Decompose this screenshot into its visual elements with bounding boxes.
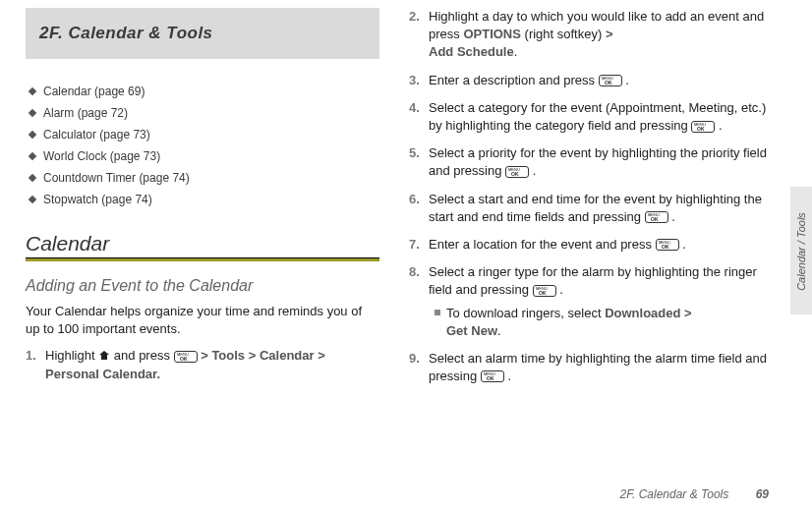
caret: >	[201, 348, 211, 363]
text: .	[559, 282, 563, 297]
step-number: 8.	[409, 263, 420, 281]
toc-item: World Clock (page 73)	[26, 145, 379, 167]
text: Select a priority for the event by highl…	[429, 145, 767, 178]
diamond-icon	[29, 174, 36, 182]
text: .	[514, 44, 518, 59]
text: Select a ringer type for the alarm by hi…	[429, 264, 757, 297]
text: and press	[114, 348, 174, 363]
menu-ok-icon: MENUOK	[481, 370, 504, 382]
text: .	[682, 237, 686, 252]
steps-right: 2. Highlight a day to which you would li…	[409, 8, 783, 385]
step-number: 6.	[409, 191, 420, 208]
toc-label: Calendar (page 69)	[43, 85, 145, 98]
chapter-title-box: 2F. Calendar & Tools	[26, 8, 379, 59]
steps-left: 1. Highlight and press MENUOK > Tools > …	[26, 347, 379, 383]
footer-page: 69	[756, 487, 769, 501]
footer-title: 2F. Calendar & Tools	[620, 487, 729, 501]
text: .	[507, 369, 511, 383]
toc-item: Alarm (page 72)	[26, 102, 379, 124]
svg-text:OK: OK	[180, 356, 188, 362]
text: .	[533, 163, 537, 178]
menu-ok-icon: MENUOK	[533, 285, 556, 297]
square-bullet-icon	[435, 310, 440, 315]
text: Select an alarm time by highlighting the…	[429, 351, 767, 383]
diamond-icon	[29, 131, 36, 139]
section-heading: Calendar	[26, 232, 379, 256]
step-number: 5.	[409, 144, 420, 162]
menu-ok-icon: MENUOK	[599, 75, 622, 86]
menu-ok-icon: MENUOK	[645, 211, 668, 223]
svg-text:OK: OK	[651, 216, 659, 222]
toc-label: World Clock (page 73)	[43, 149, 160, 163]
step-8-sub: To download ringers, select Downloaded >…	[446, 305, 783, 339]
bold: Calendar	[260, 348, 315, 363]
svg-text:OK: OK	[511, 171, 519, 177]
step-9: 9. Select an alarm time by highlighting …	[409, 350, 783, 385]
text: Enter a description and press	[429, 73, 599, 87]
step-2: 2. Highlight a day to which you would li…	[409, 8, 783, 62]
text: To download ringers, select	[446, 306, 605, 320]
step-5: 5. Select a priority for the event by hi…	[409, 144, 783, 180]
caret: >	[249, 348, 260, 363]
subsection-heading: Adding an Event to the Calendar	[26, 277, 379, 295]
step-3: 3. Enter a description and press MENUOK …	[409, 72, 783, 89]
table-of-contents: Calendar (page 69) Alarm (page 72) Calcu…	[26, 81, 379, 210]
bold: Get New	[446, 323, 497, 338]
svg-text:OK: OK	[662, 244, 669, 250]
menu-ok-icon: MENUOK	[656, 239, 679, 251]
diamond-icon	[29, 152, 36, 160]
toc-item: Calendar (page 69)	[26, 81, 379, 102]
step-number: 2.	[409, 8, 420, 26]
step-number: 1.	[26, 347, 36, 365]
step-number: 9.	[409, 350, 420, 368]
caret: >	[684, 306, 692, 320]
menu-ok-icon: MENUOK	[691, 121, 715, 133]
step-number: 7.	[409, 236, 420, 254]
left-column: 2F. Calendar & Tools Calendar (page 69) …	[26, 8, 379, 395]
diamond-icon	[29, 196, 36, 203]
toc-label: Stopwatch (page 74)	[43, 193, 152, 206]
bold: Add Schedule	[429, 44, 514, 59]
toc-item: Countdown Timer (page 74)	[26, 167, 379, 189]
toc-label: Calculator (page 73)	[43, 128, 150, 142]
diamond-icon	[29, 109, 36, 117]
toc-label: Countdown Timer (page 74)	[43, 171, 190, 185]
caret: >	[318, 348, 325, 363]
svg-text:OK: OK	[697, 126, 705, 132]
step-7: 7. Enter a location for the event and pr…	[409, 236, 783, 254]
bold: Tools	[211, 348, 245, 363]
text: .	[719, 118, 723, 133]
footer: 2F. Calendar & Tools 69	[620, 487, 769, 501]
svg-text:OK: OK	[539, 290, 547, 296]
svg-text:OK: OK	[487, 375, 494, 381]
intro-paragraph: Your Calendar helps organize your time a…	[26, 303, 379, 337]
toc-item: Stopwatch (page 74)	[26, 189, 379, 210]
menu-ok-icon: MENUOK	[174, 351, 198, 363]
right-column: 2. Highlight a day to which you would li…	[409, 8, 783, 395]
text: .	[625, 73, 629, 87]
step-number: 4.	[409, 99, 420, 117]
step-8: 8. Select a ringer type for the alarm by…	[409, 263, 783, 339]
step-number: 3.	[409, 72, 420, 89]
step-6: 6. Select a start and end time for the e…	[409, 191, 783, 226]
menu-ok-icon: MENUOK	[505, 166, 529, 178]
section-rule	[26, 257, 379, 261]
step-1: 1. Highlight and press MENUOK > Tools > …	[26, 347, 379, 383]
bold: Personal Calendar.	[45, 367, 160, 381]
bold: OPTIONS	[463, 27, 521, 41]
bold: Downloaded	[605, 306, 680, 320]
text: Select a start and end time for the even…	[429, 192, 762, 224]
chapter-title: 2F. Calendar & Tools	[39, 24, 213, 42]
text: Highlight	[45, 348, 98, 363]
text: Select a category for the event (Appoint…	[429, 100, 766, 133]
svg-text:OK: OK	[605, 80, 612, 85]
page: 2F. Calendar & Tools Calendar (page 69) …	[0, 0, 812, 395]
home-icon	[98, 348, 110, 366]
text: .	[671, 209, 675, 224]
text: (right softkey)	[525, 27, 606, 41]
caret: >	[606, 27, 613, 41]
diamond-icon	[29, 87, 36, 95]
toc-item: Calculator (page 73)	[26, 124, 379, 145]
step-4: 4. Select a category for the event (Appo…	[409, 99, 783, 135]
toc-label: Alarm (page 72)	[43, 106, 128, 120]
